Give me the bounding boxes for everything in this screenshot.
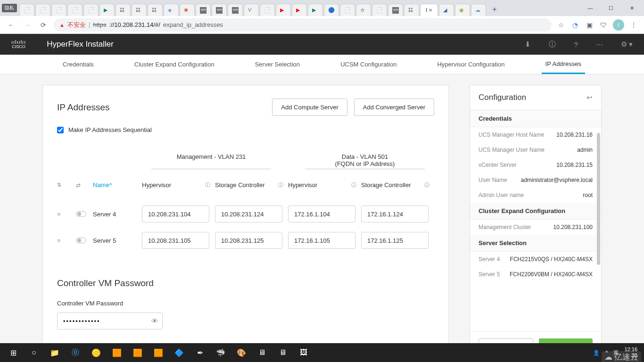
cortana-icon[interactable]: ○ — [24, 343, 44, 362]
tab[interactable]: 📄 — [260, 4, 275, 16]
tab[interactable]: ☷ — [132, 4, 147, 16]
tab[interactable]: ❀ — [180, 4, 195, 16]
wizard-tab-server-selection[interactable]: Server Selection — [251, 56, 304, 73]
app-icon[interactable]: ✒ — [190, 343, 210, 362]
tab-active[interactable]: I × — [420, 4, 438, 16]
tab[interactable]: ◉ — [455, 4, 470, 16]
app-icon[interactable]: 🟧 — [148, 343, 169, 362]
url-input[interactable]: ▲ 不安全 | https://10.208.231.14/#/expand_i… — [54, 18, 552, 32]
tab[interactable]: ▶ — [99, 4, 115, 16]
tab[interactable]: ☷ — [404, 4, 419, 16]
tab[interactable]: 🔵 — [324, 4, 339, 16]
wizard-tab-ucsm[interactable]: UCSM Configuration — [337, 56, 400, 73]
close-button[interactable]: ✕ — [621, 1, 642, 15]
wireshark-icon[interactable]: 🦈 — [210, 343, 231, 362]
tab[interactable]: 📄 — [19, 4, 34, 16]
tab[interactable]: vm — [196, 4, 211, 16]
name-header[interactable]: Name^ — [93, 181, 142, 189]
chat-icon[interactable]: ⋯ — [596, 40, 603, 49]
sequential-checkbox[interactable] — [57, 127, 64, 133]
extension-icon[interactable]: ▣ — [585, 20, 594, 30]
sort-icon[interactable]: ⇅ — [57, 182, 76, 188]
tab[interactable]: ◈ — [164, 4, 179, 16]
mgmt-hv-input[interactable] — [142, 206, 209, 222]
wizard-tab-cluster-expand[interactable]: Cluster Expand Configuration — [131, 56, 218, 73]
sequential-checkbox-row[interactable]: Make IP Addresses Sequential — [57, 126, 434, 133]
menu-icon[interactable]: ⋮ — [629, 20, 638, 30]
profile-button[interactable]: r — [613, 19, 624, 31]
row-toggle[interactable] — [76, 211, 86, 217]
ie-icon[interactable]: ⓔ — [65, 343, 86, 362]
tab[interactable]: vm — [388, 4, 403, 16]
tab[interactable]: ▶ — [292, 4, 307, 16]
app-icon[interactable]: 🖥 — [272, 343, 293, 362]
tab[interactable]: ▶ — [276, 4, 291, 16]
tab[interactable]: ☆ — [356, 4, 371, 16]
tab[interactable]: ▶ — [308, 4, 323, 16]
info-icon[interactable]: ⓘ — [549, 40, 556, 49]
tab-close-icon[interactable]: × — [429, 7, 432, 14]
data-sc-input[interactable] — [361, 206, 429, 222]
maximize-button[interactable]: ☐ — [601, 1, 621, 15]
app-icon[interactable]: 🖥 — [252, 343, 272, 362]
tab[interactable]: V — [244, 4, 259, 16]
forward-button[interactable]: → — [22, 19, 33, 31]
drag-handle-icon[interactable]: ≡ — [57, 237, 76, 244]
tab[interactable]: ☷ — [148, 4, 163, 16]
wizard-tab-ip-addresses[interactable]: IP Addresses — [542, 55, 585, 74]
minimize-button[interactable]: — — [580, 1, 601, 15]
download-icon[interactable]: ⬇ — [525, 40, 531, 49]
eye-icon[interactable]: 👁 — [151, 317, 158, 325]
wizard-tab-hypervisor[interactable]: Hypervisor Configuration — [433, 56, 508, 73]
tab[interactable]: 📄 — [51, 4, 66, 16]
data-hv-input[interactable] — [288, 232, 355, 249]
tab[interactable]: 📄 — [35, 4, 50, 16]
swap-icon[interactable]: ⇄ — [76, 182, 93, 189]
people-icon[interactable]: 👤 — [593, 350, 600, 356]
row-toggle[interactable] — [76, 238, 86, 243]
chrome-icon[interactable]: 🟡 — [86, 343, 107, 362]
tab[interactable]: 📄 — [372, 4, 387, 16]
scrollbar[interactable] — [597, 133, 600, 265]
wizard-tab-credentials[interactable]: Credentials — [59, 56, 98, 73]
tab[interactable]: 📄 — [83, 4, 99, 16]
app-icon[interactable]: 🟧 — [107, 343, 127, 362]
mgmt-hv-input[interactable] — [142, 232, 209, 249]
info-icon[interactable]: ⓘ — [205, 181, 210, 189]
drag-handle-icon[interactable]: ≡ — [57, 211, 76, 218]
paint-icon[interactable]: 🎨 — [231, 343, 252, 362]
info-icon[interactable]: ⓘ — [424, 181, 429, 189]
help-icon[interactable]: ? — [574, 41, 578, 49]
info-icon[interactable]: ⓘ — [351, 181, 356, 189]
app-icon[interactable]: 🔷 — [169, 343, 190, 362]
star-icon[interactable]: ☆ — [556, 20, 566, 30]
extension-icon[interactable]: ◔ — [570, 20, 580, 30]
start-button[interactable]: ⊞ — [3, 343, 24, 362]
app-icon[interactable]: 🟧 — [127, 343, 148, 362]
add-compute-button[interactable]: Add Compute Server — [272, 99, 347, 116]
back-button[interactable]: ← — [6, 19, 17, 31]
tab[interactable]: vm — [212, 4, 227, 16]
new-tab-button[interactable]: + — [488, 3, 501, 16]
image-icon[interactable]: 🖼 — [293, 343, 314, 362]
data-hv-input[interactable] — [288, 206, 355, 222]
mgmt-sc-input[interactable] — [215, 206, 282, 222]
controller-vm-password-input[interactable] — [57, 313, 163, 329]
credentials-section-head: Credentials — [470, 110, 601, 127]
info-icon[interactable]: ⓘ — [278, 181, 283, 189]
tab[interactable]: vm — [228, 4, 243, 16]
tab[interactable]: ☁ — [471, 4, 486, 16]
add-converged-button[interactable]: Add Converged Server — [354, 99, 434, 116]
tab[interactable]: 📄 — [67, 4, 83, 16]
settings-icon[interactable]: ⚙ ▾ — [621, 40, 633, 49]
file-explorer-icon[interactable]: 📁 — [44, 343, 65, 362]
mgmt-sc-input[interactable] — [215, 232, 282, 249]
reload-button[interactable]: ⟳ — [38, 19, 49, 31]
config-collapse-icon[interactable]: ↩ — [586, 93, 593, 102]
shield-icon[interactable]: 🛡 — [599, 20, 608, 30]
tab[interactable]: ☷ — [116, 4, 131, 16]
data-sc-input[interactable] — [361, 232, 429, 249]
tab[interactable]: 📄 — [340, 4, 355, 16]
tab[interactable]: ◢ — [439, 4, 454, 16]
server-section-head: Server Selection — [470, 235, 601, 252]
